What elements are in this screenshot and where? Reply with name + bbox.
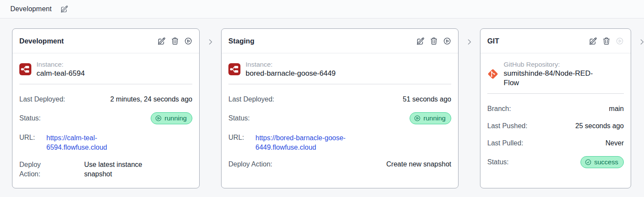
instance-block: Instance: bored-barnacle-goose-6449 [228, 60, 451, 78]
branch-label: Branch: [487, 105, 511, 113]
repository-label: GitHub Repository: [504, 60, 595, 69]
deploy-action-value: Create new snapshot [386, 160, 451, 169]
delete-stage-icon[interactable] [602, 37, 611, 45]
deploy-action-value: Use latest instance snapshot [84, 160, 161, 179]
url-row: URL: https://calm-teal-6594.flowfuse.clo… [19, 133, 192, 152]
stage-connector-icon [200, 28, 221, 46]
instance-label: Instance: [36, 60, 85, 69]
stage-title: Staging [228, 37, 255, 45]
status-row: Status: success [487, 156, 624, 168]
node-red-instance-icon [228, 63, 240, 75]
status-row: Status: running [19, 112, 192, 124]
run-stage-icon[interactable] [184, 37, 192, 45]
edit-stage-icon[interactable] [416, 37, 425, 45]
last-deployed-value: 51 seconds ago [403, 95, 451, 104]
status-label: Status: [487, 158, 509, 166]
edit-pipeline-icon[interactable] [61, 5, 68, 13]
divider [228, 84, 451, 84]
node-red-instance-icon [19, 63, 31, 75]
url-row: URL: https://bored-barnacle-goose-6449.f… [228, 133, 451, 152]
last-deployed-row: Last Deployed: 2 minutes, 24 seconds ago [19, 95, 192, 104]
run-stage-icon[interactable] [443, 37, 451, 45]
last-pulled-row: Last Pulled: Never [487, 139, 624, 148]
instance-block: Instance: calm-teal-6594 [19, 60, 192, 78]
stage-title: GIT [487, 37, 499, 45]
instance-url-link[interactable]: https://calm-teal-6594.flowfuse.cloud [46, 133, 132, 152]
stage-body: GitHub Repository: sumitshinde-84/Node-R… [480, 53, 631, 184]
last-pushed-label: Last Pushed: [487, 122, 527, 130]
status-label: Status: [228, 114, 250, 123]
deploy-action-label: Deploy Action: [19, 160, 62, 179]
stage-card-development: Development Instance: ca [12, 28, 200, 188]
last-deployed-value: 2 minutes, 24 seconds ago [110, 95, 192, 104]
deploy-action-label: Deploy Action: [228, 160, 272, 169]
pipeline-stages: Development Instance: ca [0, 18, 644, 188]
stage-title: Development [19, 37, 64, 45]
divider [19, 84, 192, 84]
url-label: URL: [228, 133, 255, 142]
divider [487, 93, 624, 94]
stage-connector-icon [459, 28, 480, 46]
repository-name: sumitshinde-84/Node-RED-Flow [504, 69, 595, 88]
stage-body: Instance: calm-teal-6594 Last Deployed: … [12, 53, 199, 188]
url-label: URL: [19, 133, 46, 142]
status-badge: success [580, 156, 624, 168]
last-pushed-value: 25 seconds ago [575, 122, 624, 130]
status-badge: running [151, 112, 192, 124]
status-row: Status: running [228, 112, 451, 124]
edit-stage-icon[interactable] [158, 37, 166, 45]
instance-name: calm-teal-6594 [36, 69, 85, 78]
last-deployed-row: Last Deployed: 51 seconds ago [228, 95, 451, 104]
last-deployed-label: Last Deployed: [228, 95, 274, 104]
status-badge: running [410, 112, 451, 124]
branch-row: Branch: main [487, 105, 624, 113]
delete-stage-icon[interactable] [430, 37, 438, 45]
instance-url-link[interactable]: https://bored-barnacle-goose-6449.flowfu… [255, 133, 384, 152]
instance-name: bored-barnacle-goose-6449 [246, 69, 336, 78]
last-pulled-label: Last Pulled: [487, 139, 523, 148]
stage-body: Instance: bored-barnacle-goose-6449 Last… [222, 53, 458, 184]
deploy-action-row: Deploy Action: Create new snapshot [228, 160, 451, 169]
stage-actions [158, 37, 192, 45]
repository-block: GitHub Repository: sumitshinde-84/Node-R… [487, 60, 624, 88]
stage-card-staging: Staging Instance: bored- [221, 28, 459, 188]
instance-label: Instance: [246, 60, 336, 69]
stage-card-git: GIT GitHub Repository: s [480, 28, 631, 188]
run-stage-icon[interactable] [616, 37, 624, 45]
edit-stage-icon[interactable] [589, 37, 597, 45]
stage-header: GIT [480, 29, 631, 53]
last-deployed-label: Last Deployed: [19, 95, 65, 104]
play-circle-icon [155, 115, 162, 122]
status-label: Status: [19, 114, 41, 123]
branch-value: main [609, 105, 624, 113]
deploy-action-row: Deploy Action: Use latest instance snaps… [19, 160, 192, 179]
stage-actions [589, 37, 624, 45]
stage-header: Staging [222, 29, 458, 53]
page-title: Development [10, 5, 52, 13]
stage-connector-icon [631, 28, 644, 46]
last-pushed-row: Last Pushed: 25 seconds ago [487, 122, 624, 130]
last-pulled-value: Never [605, 139, 624, 148]
git-icon [487, 68, 498, 80]
play-circle-icon [414, 115, 421, 122]
delete-stage-icon[interactable] [171, 37, 179, 45]
topbar: Development [0, 0, 644, 18]
stage-header: Development [12, 29, 199, 53]
check-circle-icon [585, 159, 592, 166]
stage-actions [416, 37, 451, 45]
